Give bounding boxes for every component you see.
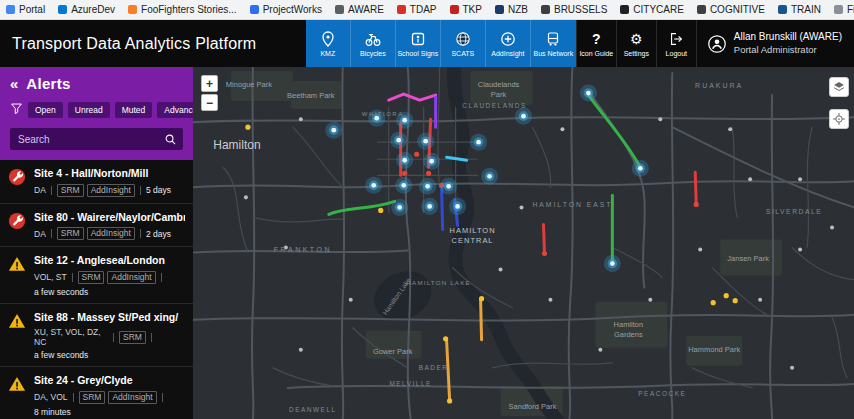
site-dot-red[interactable] bbox=[694, 202, 699, 207]
site-dot-yellow[interactable] bbox=[711, 300, 716, 305]
glow-marker[interactable] bbox=[365, 177, 382, 194]
alert-list-item[interactable]: Site 80 - Wairere/Naylor/CambridgeDASRMA… bbox=[0, 204, 193, 248]
glow-marker[interactable] bbox=[419, 178, 436, 195]
site-dot-gray[interactable] bbox=[648, 298, 652, 302]
bookmark-item[interactable]: Portal bbox=[6, 4, 45, 15]
site-dot-red[interactable] bbox=[402, 171, 407, 176]
filter-muted-button[interactable]: Muted bbox=[115, 102, 153, 118]
glow-marker[interactable] bbox=[481, 168, 498, 185]
bookmark-item[interactable]: TRAIN bbox=[778, 4, 821, 15]
site-dot-gray[interactable] bbox=[798, 248, 802, 252]
site-dot-yellow[interactable] bbox=[447, 398, 452, 403]
site-dot-gray[interactable] bbox=[299, 117, 303, 121]
school-signs-button[interactable]: School Signs bbox=[396, 20, 441, 67]
icon-guide-button[interactable]: ? Icon Guide bbox=[576, 20, 616, 67]
bookmark-item[interactable]: NZB bbox=[495, 4, 528, 15]
route-red-route-east[interactable] bbox=[695, 172, 696, 203]
glow-marker[interactable] bbox=[391, 199, 408, 216]
site-dot-gray[interactable] bbox=[299, 348, 303, 352]
site-dot-yellow[interactable] bbox=[724, 293, 729, 298]
site-dot-gray[interactable] bbox=[349, 298, 353, 302]
site-dot-gray[interactable] bbox=[520, 205, 524, 209]
filter-unread-button[interactable]: Unread bbox=[68, 102, 110, 118]
route-red-route-central-south[interactable] bbox=[543, 224, 544, 252]
search-input[interactable] bbox=[10, 128, 183, 150]
glow-marker[interactable] bbox=[421, 198, 438, 215]
bookmark-item[interactable]: Files - Repos bbox=[834, 4, 854, 15]
map-side-controls bbox=[829, 77, 849, 129]
logout-button[interactable]: Logout bbox=[656, 20, 696, 67]
zoom-in-button[interactable]: + bbox=[201, 75, 218, 92]
alert-list-item[interactable]: Site 88 - Massey St/Ped xing/XU, ST, VOL… bbox=[0, 304, 193, 368]
glow-marker[interactable] bbox=[417, 133, 434, 150]
alert-list-item[interactable]: Site 12 - Anglesea/LondonVOL, STSRMAddIn… bbox=[0, 247, 193, 304]
bus-network-button[interactable]: Bus Network bbox=[531, 20, 576, 67]
site-dot-red[interactable] bbox=[426, 171, 431, 176]
glow-marker[interactable] bbox=[515, 108, 532, 125]
site-dot-red[interactable] bbox=[542, 251, 547, 256]
glow-marker[interactable] bbox=[423, 153, 440, 170]
glow-marker[interactable] bbox=[396, 152, 413, 169]
addinsight-button[interactable]: AddInsight bbox=[486, 20, 531, 67]
site-dot-gray[interactable] bbox=[830, 225, 834, 229]
route-orange-route-north[interactable] bbox=[481, 299, 482, 340]
map-label: Hammond Park bbox=[688, 345, 740, 354]
zoom-out-button[interactable]: − bbox=[201, 94, 218, 111]
map-pin-icon bbox=[319, 30, 337, 48]
bookmark-item[interactable]: COGNITIVE bbox=[697, 4, 765, 15]
map-canvas[interactable]: Minogue ParkBeetham ParkClaudelandsParkC… bbox=[193, 67, 854, 419]
glow-marker[interactable] bbox=[395, 177, 412, 194]
bookmark-item[interactable]: AzureDev bbox=[58, 4, 115, 15]
glow-marker[interactable] bbox=[440, 178, 457, 195]
bookmark-item[interactable]: ProjectWorks bbox=[250, 4, 322, 15]
bookmark-item[interactable]: CITYCARE bbox=[620, 4, 684, 15]
kmz-button[interactable]: KMZ bbox=[306, 20, 351, 67]
route-blue-route-south[interactable] bbox=[442, 189, 443, 229]
locate-button[interactable] bbox=[829, 109, 849, 129]
bookmark-item[interactable]: TKP bbox=[450, 4, 482, 15]
glow-marker[interactable] bbox=[632, 160, 649, 177]
site-dot-gray[interactable] bbox=[560, 127, 564, 131]
filter-open-button[interactable]: Open bbox=[28, 102, 63, 118]
glow-marker[interactable] bbox=[580, 85, 597, 102]
site-dot-gray[interactable] bbox=[598, 348, 602, 352]
bookmark-item[interactable]: FooFighters Stories... bbox=[128, 4, 237, 15]
search-icon[interactable] bbox=[164, 132, 177, 150]
glow-marker[interactable] bbox=[604, 255, 621, 272]
site-dot-yellow[interactable] bbox=[443, 336, 448, 341]
bookmark-item[interactable]: BRUSSELS bbox=[541, 4, 607, 15]
alert-list-item[interactable]: Site 4 - Hall/Norton/MillDASRMAddInsight… bbox=[0, 160, 193, 204]
site-dot-gray[interactable] bbox=[758, 298, 762, 302]
bookmark-item[interactable]: AWARE bbox=[335, 4, 384, 15]
alert-list-item[interactable]: Site 24 - Grey/ClydeDA, VOLSRMAddInsight… bbox=[0, 367, 193, 419]
glow-marker[interactable] bbox=[390, 132, 407, 149]
collapse-sidebar-button[interactable]: « bbox=[10, 76, 18, 91]
glow-marker[interactable] bbox=[470, 134, 487, 151]
glow-marker[interactable] bbox=[449, 198, 466, 215]
site-dot-yellow[interactable] bbox=[479, 296, 484, 301]
bicycles-button[interactable]: Bicycles bbox=[351, 20, 396, 67]
site-dot-yellow[interactable] bbox=[733, 298, 738, 303]
glow-marker[interactable] bbox=[325, 122, 342, 139]
user-profile[interactable]: Allan Brunskill (AWARE) Portal Administr… bbox=[696, 20, 854, 67]
site-dot-gray[interactable] bbox=[790, 366, 794, 370]
scats-button[interactable]: SCATS bbox=[441, 20, 486, 67]
site-dot-gray[interactable] bbox=[244, 195, 248, 199]
layers-button[interactable] bbox=[829, 77, 849, 97]
site-dot-gray[interactable] bbox=[748, 177, 752, 181]
site-dot-gray[interactable] bbox=[548, 298, 552, 302]
user-info: Allan Brunskill (AWARE) Portal Administr… bbox=[734, 31, 842, 55]
bookmark-item[interactable]: TDAP bbox=[397, 4, 437, 15]
site-dot-gray[interactable] bbox=[728, 127, 732, 131]
site-dot-gray[interactable] bbox=[698, 248, 702, 252]
site-dot-yellow[interactable] bbox=[378, 208, 383, 213]
site-dot-red[interactable] bbox=[414, 152, 419, 157]
site-dot-yellow[interactable] bbox=[245, 125, 250, 130]
alert-title: Site 80 - Wairere/Naylor/Cambridge bbox=[34, 211, 185, 224]
filter-icon bbox=[10, 101, 23, 119]
add-insight-icon bbox=[499, 30, 517, 48]
site-dot-gray[interactable] bbox=[499, 268, 503, 272]
settings-button[interactable]: ⚙ Settings bbox=[616, 20, 656, 67]
site-dot-gray[interactable] bbox=[658, 117, 662, 121]
site-dot-gray[interactable] bbox=[798, 177, 802, 181]
